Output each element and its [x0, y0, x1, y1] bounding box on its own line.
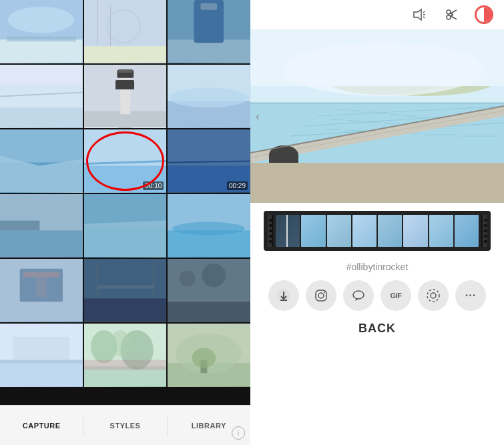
- grid-cell-5[interactable]: [84, 65, 167, 128]
- photo-grid: 00:10 00:29: [0, 0, 250, 405]
- svg-rect-5: [84, 46, 167, 63]
- film-notch-left: [268, 215, 273, 247]
- cell-9-duration: 00:29: [227, 181, 248, 190]
- film-frame-8[interactable]: [455, 215, 479, 247]
- svg-rect-53: [168, 302, 250, 322]
- grid-cell-2[interactable]: [84, 0, 167, 63]
- film-notch-right: [481, 215, 487, 247]
- svg-rect-57: [0, 360, 83, 386]
- tab-capture[interactable]: CAPTURE: [0, 406, 83, 445]
- svg-point-54: [180, 271, 196, 287]
- svg-point-119: [318, 293, 324, 298]
- gif-button[interactable]: GIF: [381, 280, 411, 311]
- cell-8-duration: 00:10: [143, 181, 164, 190]
- grid-cell-15[interactable]: [168, 259, 250, 322]
- grid-cell-10[interactable]: [0, 194, 83, 258]
- svg-rect-14: [0, 107, 83, 127]
- back-button[interactable]: BACK: [358, 322, 396, 336]
- tab-styles[interactable]: STYLES: [83, 406, 166, 445]
- film-hole: [484, 224, 487, 227]
- grid-cell-18[interactable]: [168, 324, 250, 387]
- film-frame-6[interactable]: [403, 215, 427, 247]
- svg-point-75: [447, 10, 451, 14]
- svg-point-70: [192, 348, 216, 368]
- preview-area: ‹: [250, 29, 504, 445]
- svg-point-76: [447, 15, 451, 19]
- svg-line-114: [250, 106, 504, 153]
- download-button[interactable]: [268, 280, 299, 311]
- grid-cell-11[interactable]: [84, 194, 167, 258]
- svg-rect-12: [201, 3, 218, 10]
- grid-cell-3[interactable]: [168, 0, 250, 63]
- svg-rect-59: [13, 337, 69, 360]
- back-section: BACK: [358, 322, 396, 344]
- grid-cell-14[interactable]: [84, 259, 167, 322]
- action-buttons: GIF ···: [268, 280, 486, 311]
- volume-button[interactable]: [411, 5, 429, 24]
- grid-cell-8[interactable]: 00:10: [84, 129, 167, 193]
- svg-line-72: [423, 11, 425, 13]
- grid-cell-1[interactable]: [0, 0, 83, 63]
- film-hole: [269, 230, 272, 232]
- film-hole: [269, 240, 272, 243]
- svg-rect-84: [250, 29, 504, 86]
- svg-line-78: [451, 16, 457, 19]
- grid-cell-9[interactable]: 00:29: [168, 129, 250, 193]
- grid-cell-6[interactable]: [168, 65, 250, 128]
- svg-point-42: [172, 222, 245, 236]
- svg-marker-39: [84, 221, 167, 257]
- svg-line-74: [423, 17, 425, 18]
- film-hole: [269, 219, 272, 221]
- svg-line-109: [250, 111, 504, 157]
- svg-point-110: [269, 145, 298, 164]
- instagram-button[interactable]: [306, 280, 336, 311]
- grid-cell-16[interactable]: [0, 324, 83, 387]
- film-frame-2[interactable]: [301, 215, 325, 247]
- grid-cell-12[interactable]: [168, 194, 250, 258]
- message-button[interactable]: [343, 280, 374, 311]
- film-strip[interactable]: [264, 211, 491, 251]
- svg-rect-111: [269, 155, 298, 164]
- svg-line-80: [451, 15, 453, 16]
- svg-point-55: [202, 264, 226, 288]
- svg-rect-51: [97, 286, 153, 289]
- svg-rect-35: [0, 230, 83, 257]
- film-frame-7[interactable]: [429, 215, 453, 247]
- film-playhead[interactable]: [286, 215, 288, 247]
- svg-rect-10: [168, 39, 250, 63]
- grid-cell-4[interactable]: [0, 65, 83, 128]
- scissors-button[interactable]: [443, 5, 461, 24]
- left-panel: 00:10 00:29: [0, 0, 250, 445]
- main-preview: ‹: [250, 29, 504, 203]
- svg-point-85: [284, 43, 484, 96]
- svg-rect-45: [23, 272, 59, 278]
- grid-cell-7[interactable]: [0, 129, 83, 193]
- info-button[interactable]: i: [232, 426, 245, 440]
- svg-point-24: [169, 88, 248, 108]
- hashtag-label: #ollibytinrocket: [346, 262, 409, 272]
- svg-rect-58: [0, 360, 83, 363]
- svg-rect-48: [84, 298, 167, 322]
- svg-rect-1: [0, 39, 83, 63]
- svg-rect-86: [250, 103, 504, 203]
- svg-rect-65: [84, 360, 167, 370]
- svg-line-87: [317, 106, 504, 116]
- tab-styles-label: STYLES: [110, 422, 141, 430]
- prev-arrow[interactable]: ‹: [256, 109, 260, 123]
- more-button[interactable]: ···: [455, 280, 486, 311]
- film-frame-5[interactable]: [378, 215, 402, 247]
- timer-icon[interactable]: [475, 5, 493, 24]
- svg-point-123: [431, 293, 436, 298]
- settings-button[interactable]: [418, 280, 449, 311]
- svg-point-64: [110, 330, 130, 357]
- grid-cell-17[interactable]: [84, 324, 167, 387]
- svg-rect-81: [250, 29, 504, 203]
- svg-point-124: [427, 290, 439, 302]
- svg-marker-71: [414, 9, 421, 20]
- film-frame-4[interactable]: [352, 215, 376, 247]
- film-hole: [484, 219, 487, 221]
- film-frame-1[interactable]: [276, 215, 300, 247]
- grid-cell-13[interactable]: [0, 259, 83, 322]
- film-hole: [484, 230, 487, 232]
- film-frame-3[interactable]: [327, 215, 351, 247]
